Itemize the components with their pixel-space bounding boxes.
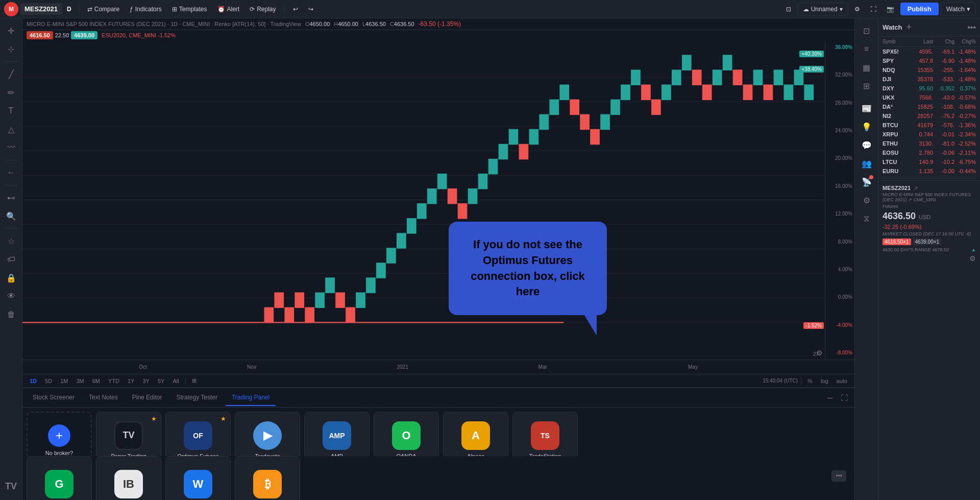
broker-extra3-fav-icon[interactable]: ☆ (220, 460, 226, 467)
tooltip-bubble[interactable]: If you do not see the Optimus Futures co… (449, 222, 607, 315)
watch-more-button[interactable]: ••• (967, 23, 976, 32)
broker-card-extra1[interactable]: ☆ G (27, 456, 92, 501)
watch-item-da[interactable]: DA° 15825 -108. -0.68% (878, 102, 980, 111)
broker-extra1-fav-icon[interactable]: ☆ (82, 460, 87, 467)
undo-button[interactable]: ↩ (289, 4, 302, 15)
oanda-fav-icon[interactable]: ☆ (429, 415, 434, 422)
trend-line-tool[interactable]: ╱ (3, 66, 19, 82)
eye-tool[interactable]: 👁 (3, 288, 19, 304)
watch-button[interactable]: Watch ▾ (941, 2, 976, 16)
indicators-button[interactable]: ƒ Indicators (126, 4, 166, 15)
layout-button[interactable]: ⊡ (782, 4, 795, 15)
draw-tool[interactable]: ✏ (3, 84, 19, 101)
watch-item-eosu[interactable]: EOSU 2.780 -0.06 -2.11% (878, 148, 980, 157)
camera-button[interactable]: 📷 (883, 4, 898, 15)
watch-list[interactable]: SPX5! 4595. -69.1 -1.48% SPY 457.8 -6.90… (878, 47, 980, 500)
rs-calendar-btn[interactable]: ▦ (859, 59, 875, 76)
amp-fav-icon[interactable]: ☆ (359, 415, 365, 422)
alert-button[interactable]: ⏰ Alert (213, 4, 244, 15)
watch-item-euru[interactable]: EURU 1.135 -0.00 -0.44% (878, 166, 980, 176)
broker-card-extra3[interactable]: ☆ W (165, 456, 231, 501)
redo-button[interactable]: ↪ (304, 4, 317, 15)
rs-chat-btn[interactable]: 💬 (859, 137, 875, 153)
watch-add-button[interactable]: + (906, 22, 912, 33)
no-broker-card[interactable]: + No broker? Open account (27, 412, 92, 456)
fullscreen-button[interactable]: ⛶ (866, 4, 880, 15)
optimus-fav-icon[interactable]: ★ (220, 415, 226, 422)
rs-layout-btn[interactable]: ⊡ (859, 22, 875, 39)
rs-filter-btn[interactable]: ⧖ (859, 210, 875, 227)
tradovate-card[interactable]: ☆ ▶ Tradovate ★★★★½ (235, 412, 300, 456)
panel-minimize-button[interactable]: ─ (824, 392, 836, 404)
shape-tool[interactable]: △ (3, 121, 19, 137)
watch-item-spx5[interactable]: SPX5! 4595. -69.1 -1.48% (878, 47, 980, 56)
compare-chart-btn[interactable]: ⊞ (189, 376, 200, 385)
chart-canvas[interactable]: 36.00% 32.00% 28.00% 24.00% 20.00% 16.00… (22, 40, 854, 360)
oanda-card[interactable]: ☆ O OANDA ★★★★½ (374, 412, 439, 456)
tf-ytd[interactable]: YTD (105, 377, 122, 385)
watchlist-tool[interactable]: ☆ (3, 233, 19, 249)
panel-maximize-button[interactable]: ⛶ (838, 392, 850, 404)
alpaca-card[interactable]: ☆ A Alpaca ★★★★½ (443, 412, 508, 456)
tf-1d[interactable]: 1D (27, 377, 40, 385)
rs-news-btn[interactable]: 📰 (859, 100, 875, 116)
app-menu-icon[interactable]: M (4, 2, 18, 16)
compare-button[interactable]: ⇄ Compare (83, 4, 124, 15)
zoom-tool[interactable]: 🔍 (3, 208, 19, 224)
more-brokers-button[interactable]: ••• (831, 456, 850, 496)
wd-settings-button[interactable]: ⚙ (969, 254, 976, 263)
optimus-futures-card[interactable]: ★ OF Optimus Futures ★★★★☆ (165, 412, 231, 456)
watch-item-dji[interactable]: DJI 35378 -533. -1.48% (878, 75, 980, 84)
paper-trading-card[interactable]: ★ TV Paper Trading by TradingView (96, 412, 161, 456)
rs-settings-btn[interactable]: ⚙ (859, 192, 875, 208)
tab-pine-editor[interactable]: Pine Editor (126, 390, 168, 406)
log-btn[interactable]: log (818, 377, 831, 385)
broker-card-extra2[interactable]: ☆ IB (96, 456, 161, 501)
tf-6m[interactable]: 6M (89, 377, 103, 385)
tab-trading-panel[interactable]: Trading Panel (226, 390, 276, 406)
lock-tool[interactable]: 🔒 (3, 270, 19, 286)
tf-3y[interactable]: 3Y (139, 377, 152, 385)
broker-extra2-fav-icon[interactable]: ☆ (151, 460, 157, 467)
tradestation-card[interactable]: ☆ TS TradeStation ★★★★½ (512, 412, 578, 456)
publish-button[interactable]: Publish (900, 3, 939, 15)
broker-extra4-fav-icon[interactable]: ☆ (290, 460, 296, 467)
tf-all[interactable]: All (169, 377, 182, 385)
unnamed-cloud-button[interactable]: ☁ Unnamed ▾ (797, 3, 848, 16)
alpaca-fav-icon[interactable]: ☆ (498, 415, 504, 422)
watch-item-spy[interactable]: SPY 457.8 -6.90 -1.48% (878, 56, 980, 65)
rs-list-btn[interactable]: ≡ (859, 41, 875, 57)
text-tool[interactable]: T (3, 103, 19, 119)
crosshair-tool[interactable]: ⊹ (3, 41, 19, 57)
cursor-tool[interactable]: ✛ (3, 22, 19, 39)
tf-5d[interactable]: 5D (42, 377, 55, 385)
settings-button[interactable]: ⚙ (850, 4, 864, 15)
auto-btn[interactable]: auto (834, 377, 850, 385)
paper-trading-fav-icon[interactable]: ★ (151, 415, 157, 422)
watch-item-ni2[interactable]: NI2 28257 -76.2 -0.27% (878, 111, 980, 121)
wd-link-icon[interactable]: ↗ (914, 185, 918, 191)
templates-button[interactable]: ⊞ Templates (168, 4, 211, 15)
ruler-tool[interactable]: ⊷ (3, 189, 19, 206)
rs-users-btn[interactable]: 👥 (859, 155, 875, 172)
fib-tool[interactable]: 〰 (3, 139, 19, 156)
watch-item-btcu[interactable]: BTCU 41679 -576. -1.36% (878, 121, 980, 130)
chart-settings-button[interactable]: ⚙ (816, 349, 823, 357)
watch-item-ethu[interactable]: ETHU 3130. -81.0 -2.52% (878, 139, 980, 148)
watch-item-ndq[interactable]: NDQ 15355 -255. -1.64% (878, 65, 980, 75)
tab-strategy-tester[interactable]: Strategy Tester (170, 390, 223, 406)
tf-1m[interactable]: 1M (57, 377, 71, 385)
interval-display[interactable]: D (64, 4, 75, 14)
amp-card[interactable]: ☆ AMP AMP ★★★★½ (304, 412, 370, 456)
rs-signal-btn[interactable]: 📡 (859, 174, 875, 190)
watch-item-ukx[interactable]: UKX 7568. -43.0 -0.57% (878, 93, 980, 102)
back-tool[interactable]: ← (3, 164, 19, 181)
symbol-display[interactable]: MESZ2021 (20, 3, 62, 15)
tradovate-fav-icon[interactable]: ☆ (290, 415, 296, 422)
tradestation-fav-icon[interactable]: ☆ (568, 415, 573, 422)
replay-button[interactable]: ⟳ Replay (246, 4, 280, 15)
tag-tool[interactable]: 🏷 (3, 251, 19, 268)
pct-btn[interactable]: % (804, 377, 816, 385)
watch-item-dxy[interactable]: DXY 95.60 0.352 0.37% (878, 84, 980, 93)
tf-5y[interactable]: 5Y (155, 377, 167, 385)
